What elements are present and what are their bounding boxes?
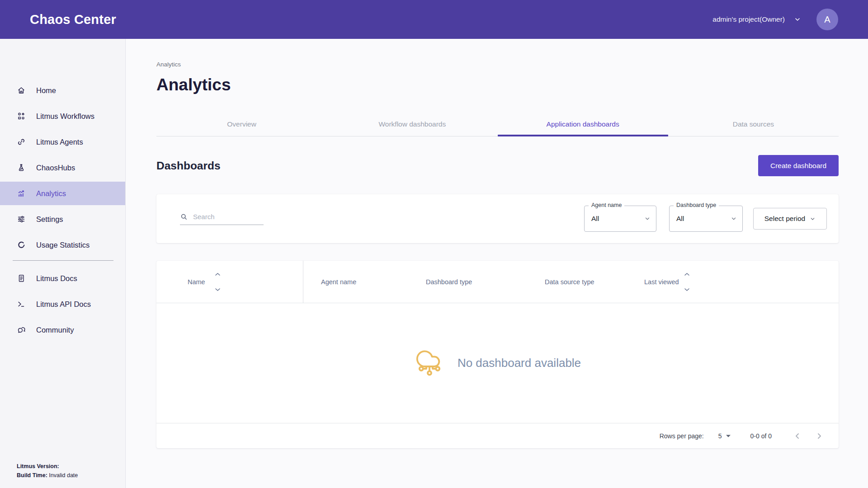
column-label: Last viewed	[644, 278, 679, 286]
rows-per-page-select[interactable]: 5	[718, 432, 731, 440]
sidebar-item-litmus-api-docs[interactable]: Litmus API Docs	[0, 292, 125, 316]
project-selector-label: admin's project(Owner)	[712, 15, 785, 23]
sidebar-item-label: Home	[36, 86, 56, 95]
build-time-label: Build Time:	[17, 472, 47, 479]
sort-control-name[interactable]	[215, 272, 221, 291]
sidebar-item-label: Community	[36, 326, 74, 334]
column-header-name: Name	[156, 261, 303, 303]
column-label: Agent name	[321, 278, 356, 286]
tab-application-dashboards[interactable]: Application dashboards	[498, 113, 668, 136]
chevron-left-icon	[793, 432, 802, 441]
sidebar-item-label: Litmus Agents	[36, 138, 83, 146]
sidebar-item-label: Usage Statistics	[36, 241, 90, 249]
next-page-button[interactable]	[811, 428, 827, 444]
column-header-agent-name: Agent name	[303, 261, 426, 303]
caret-down-icon	[726, 435, 731, 437]
sidebar-item-settings[interactable]: Settings	[0, 207, 125, 231]
chevron-down-icon	[810, 216, 816, 222]
filter-bar: Agent name All Dashboard type All Select…	[156, 194, 839, 243]
workflows-icon	[17, 112, 26, 121]
terminal-icon	[17, 300, 26, 309]
avatar[interactable]: A	[816, 9, 838, 30]
top-header: Chaos Center admin's project(Owner) A	[0, 0, 868, 39]
sort-control-last-viewed[interactable]	[684, 272, 690, 291]
tab-bar: Overview Workflow dashboards Application…	[156, 113, 839, 136]
document-icon	[17, 274, 26, 283]
chevron-right-icon	[815, 432, 824, 441]
sidebar-item-label: Settings	[36, 215, 63, 224]
sidebar-item-analytics[interactable]: Analytics	[0, 182, 125, 205]
dashboard-type-select-label: Dashboard type	[674, 202, 719, 208]
sliders-icon	[17, 215, 26, 224]
chat-icon	[17, 325, 26, 334]
table-header-row: Name Agent name Dashboard type Data sour…	[156, 261, 839, 303]
chevron-down-icon	[644, 216, 651, 222]
dashboards-table: Name Agent name Dashboard type Data sour…	[156, 261, 839, 448]
column-label: Name	[188, 278, 205, 286]
sidebar-item-label: Analytics	[36, 189, 66, 198]
select-period-button[interactable]: Select period	[753, 208, 827, 230]
column-header-dashboard-type: Dashboard type	[426, 261, 545, 303]
pagination-range: 0-0 of 0	[750, 432, 772, 440]
agent-name-select-value: All	[591, 215, 599, 223]
tab-data-sources[interactable]: Data sources	[668, 113, 839, 136]
app-title: Chaos Center	[30, 12, 116, 27]
sidebar-item-chaoshubs[interactable]: ChaosHubs	[0, 156, 125, 179]
dashboard-type-select-value: All	[676, 215, 684, 223]
column-header-data-source-type: Data source type	[545, 261, 644, 303]
column-label: Dashboard type	[426, 278, 472, 286]
link-icon	[17, 137, 26, 146]
sort-asc-icon	[684, 272, 690, 276]
sidebar-item-community[interactable]: Community	[0, 318, 125, 342]
project-selector[interactable]: admin's project(Owner)	[712, 15, 801, 23]
sidebar-item-label: ChaosHubs	[36, 164, 75, 172]
home-icon	[17, 86, 26, 95]
empty-state-text: No dashboard available	[458, 356, 581, 370]
sidebar-item-label: Litmus Workflows	[36, 112, 94, 121]
sidebar: Home Litmus Workflows Litmus Agents Chao…	[0, 39, 126, 488]
sidebar-item-home[interactable]: Home	[0, 79, 125, 102]
tab-overview[interactable]: Overview	[156, 113, 327, 136]
select-period-label: Select period	[764, 215, 805, 223]
page-title: Analytics	[156, 75, 839, 95]
empty-state: No dashboard available	[156, 303, 839, 423]
breadcrumb: Analytics	[156, 61, 839, 68]
bar-chart-icon	[17, 189, 26, 198]
column-header-last-viewed: Last viewed	[644, 261, 839, 303]
cloud-network-icon	[414, 349, 444, 377]
rows-per-page-label: Rows per page:	[660, 432, 704, 440]
rows-per-page-value: 5	[718, 432, 722, 440]
pagination-bar: Rows per page: 5 0-0 of 0	[156, 423, 839, 448]
agent-name-select-label: Agent name	[589, 202, 624, 208]
section-heading: Dashboards	[156, 160, 221, 172]
sidebar-item-litmus-agents[interactable]: Litmus Agents	[0, 130, 125, 154]
sort-asc-icon	[215, 272, 221, 276]
chevron-down-icon	[794, 16, 801, 23]
main-content: Analytics Analytics Overview Workflow da…	[126, 39, 868, 488]
tab-workflow-dashboards[interactable]: Workflow dashboards	[327, 113, 497, 136]
sidebar-item-label: Litmus Docs	[36, 274, 77, 283]
sidebar-item-usage-statistics[interactable]: Usage Statistics	[0, 233, 125, 257]
avatar-initial: A	[824, 14, 830, 25]
sort-desc-icon	[684, 288, 690, 291]
sidebar-item-litmus-docs[interactable]: Litmus Docs	[0, 267, 125, 290]
version-footer: Litmus Version: Build Time: Invalid date	[17, 462, 78, 480]
column-label: Data source type	[545, 278, 594, 286]
search-icon	[180, 213, 188, 221]
previous-page-button[interactable]	[790, 428, 805, 444]
search-input[interactable]	[193, 213, 256, 221]
sort-desc-icon	[215, 288, 221, 291]
dashboard-type-select[interactable]: Dashboard type All	[669, 206, 743, 232]
create-dashboard-button[interactable]: Create dashboard	[758, 155, 839, 176]
search-field[interactable]	[180, 213, 264, 225]
version-label: Litmus Version:	[17, 463, 59, 469]
chevron-down-icon	[731, 216, 737, 222]
build-time-value: Invalid date	[49, 472, 78, 479]
sidebar-item-litmus-workflows[interactable]: Litmus Workflows	[0, 104, 125, 128]
sidebar-item-label: Litmus API Docs	[36, 300, 91, 309]
flask-icon	[17, 163, 26, 172]
agent-name-select[interactable]: Agent name All	[584, 206, 656, 232]
sidebar-divider	[13, 260, 113, 261]
refresh-icon	[17, 240, 26, 249]
